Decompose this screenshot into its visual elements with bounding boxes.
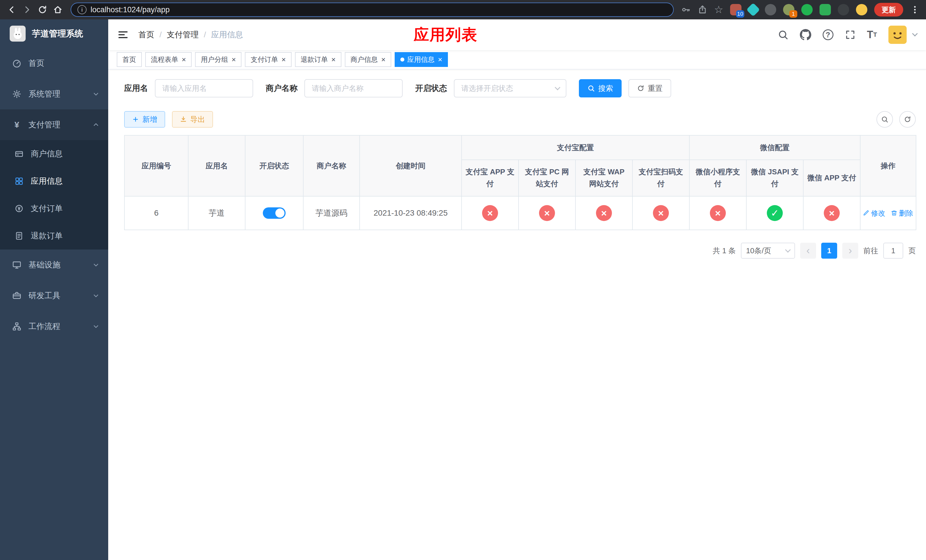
breadcrumb: 首页 / 支付管理 / 应用信息 (138, 29, 243, 40)
col-created-at: 创建时间 (360, 135, 461, 196)
show-search-toggle-button[interactable] (876, 111, 893, 128)
status-toggle[interactable] (263, 207, 286, 219)
password-key-icon[interactable] (681, 5, 691, 15)
delete-button[interactable]: 删除 (891, 209, 913, 218)
share-icon[interactable] (698, 5, 707, 15)
browser-home-icon[interactable] (50, 2, 65, 17)
status-select[interactable]: 请选择开启状态 (454, 79, 566, 97)
breadcrumb-payment[interactable]: 支付管理 (167, 29, 199, 40)
sidebar-item-label: 支付订单 (31, 203, 63, 214)
chevron-up-icon (92, 121, 100, 129)
close-icon[interactable]: × (281, 56, 286, 63)
col-wechat-mini: 微信小程序支付 (689, 160, 746, 196)
extension-pinwheel[interactable] (838, 4, 849, 15)
prev-page-button[interactable]: ‹ (800, 243, 816, 259)
extension-dark-circle[interactable] (765, 4, 776, 15)
sidebar-item-home[interactable]: 首页 (0, 48, 108, 79)
tags-view-bar: 首页 流程表单 × 用户分组 × 支付订单 × 退款订单 × 商户信息 × (108, 50, 926, 70)
sidebar-item-label: 商户信息 (31, 148, 63, 159)
search-icon[interactable] (778, 29, 788, 40)
site-info-icon[interactable]: i (77, 5, 86, 14)
font-size-icon[interactable]: TT (867, 30, 877, 40)
help-icon[interactable]: ? (823, 29, 834, 40)
col-app-id: 应用编号 (124, 135, 188, 196)
sidebar-item-label: 系统管理 (29, 89, 61, 100)
browser-menu-icon[interactable] (910, 5, 920, 15)
app-name-input[interactable] (155, 79, 253, 97)
sidebar-item-workflow[interactable]: 工作流程 (0, 311, 108, 342)
sidebar-item-system[interactable]: 系统管理 (0, 79, 108, 109)
extension-green-circle[interactable] (801, 4, 813, 15)
search-button[interactable]: 搜索 (579, 79, 622, 97)
merchant-name-label: 商户名称 (266, 83, 298, 94)
browser-reload-icon[interactable] (35, 2, 50, 17)
close-icon[interactable]: × (182, 56, 186, 63)
close-icon[interactable]: × (232, 56, 236, 63)
extension-colorful[interactable]: 10 (730, 4, 741, 15)
github-icon[interactable] (800, 29, 811, 41)
refund-order-icon (14, 231, 24, 241)
extension-emoji-face[interactable] (856, 4, 867, 15)
tab-process-form[interactable]: 流程表单 × (145, 52, 192, 67)
url-bar[interactable]: i localhost:1024/pay/app (71, 3, 674, 17)
sidebar-item-pay-order[interactable]: 支付订单 (0, 195, 108, 222)
tab-refund-order[interactable]: 退款订单 × (295, 52, 341, 67)
refresh-table-button[interactable] (899, 111, 916, 128)
chevron-down-icon (92, 323, 100, 330)
goto-page-input[interactable] (883, 243, 903, 259)
merchant-name-input[interactable] (304, 79, 402, 97)
tab-app-info-active[interactable]: 应用信息 × (395, 52, 448, 67)
close-icon[interactable]: × (381, 56, 386, 63)
dashboard-icon (11, 58, 22, 68)
breadcrumb-home[interactable]: 首页 (138, 29, 154, 40)
infrastructure-icon (11, 260, 22, 270)
fullscreen-icon[interactable] (845, 29, 856, 40)
close-icon[interactable]: × (331, 56, 336, 63)
chevron-down-icon (92, 261, 100, 269)
logo[interactable]: 芋道管理系统 (0, 20, 108, 48)
browser-forward-icon[interactable] (20, 2, 35, 17)
avatar-dropdown-caret-icon[interactable] (912, 31, 918, 36)
sidebar-item-infrastructure[interactable]: 基础设施 (0, 250, 108, 280)
next-page-button[interactable]: › (842, 243, 858, 259)
app-grid-icon (14, 177, 24, 186)
filter-form: 应用名 商户名称 开启状态 请选择开启状态 搜索 (124, 79, 916, 97)
page-number-1[interactable]: 1 (821, 243, 837, 259)
group-alipay-config: 支付宝配置 (461, 135, 689, 160)
tab-pay-order[interactable]: 支付订单 × (245, 52, 291, 67)
col-wechat-jsapi: 微信 JSAPI 支付 (746, 160, 803, 196)
page-size-select[interactable]: 10条/页 (741, 243, 795, 259)
gear-icon (11, 89, 22, 99)
reset-button[interactable]: 重置 (628, 79, 671, 97)
add-button[interactable]: 新增 (124, 111, 165, 128)
sidebar-item-payment[interactable]: ¥ 支付管理 (0, 109, 108, 140)
alipay-wap-status-icon: × (596, 205, 612, 221)
browser-update-button[interactable]: 更新 (874, 3, 903, 17)
sidebar-item-merchant-info[interactable]: 商户信息 (0, 140, 108, 168)
alipay-app-status-icon: × (482, 205, 498, 221)
cell-merchant: 芋道源码 (303, 196, 360, 230)
sidebar-item-label: 工作流程 (29, 321, 61, 332)
close-icon[interactable]: × (438, 56, 442, 63)
tab-home[interactable]: 首页 (117, 52, 142, 67)
extension-teal-diamond[interactable] (746, 3, 760, 17)
user-avatar[interactable] (888, 26, 906, 44)
browser-back-icon[interactable] (4, 2, 20, 17)
sidebar: 芋道管理系统 首页 系统管理 ¥ 支付管理 (0, 20, 108, 560)
extension-avatar[interactable]: 1 (783, 4, 794, 15)
export-button[interactable]: 导出 (172, 111, 213, 128)
sidebar-item-refund-order[interactable]: 退款订单 (0, 222, 108, 250)
status-label: 开启状态 (415, 83, 447, 94)
edit-button[interactable]: 修改 (863, 209, 885, 218)
page-title: 应用列表 (414, 24, 478, 45)
extension-green-square[interactable] (820, 4, 831, 15)
bookmark-star-icon[interactable]: ☆ (714, 5, 723, 15)
total-count: 共 1 条 (713, 246, 736, 256)
col-alipay-wap: 支付宝 WAP 网站支付 (575, 160, 632, 196)
sidebar-item-label: 退款订单 (31, 230, 63, 241)
sidebar-item-app-info[interactable]: 应用信息 (0, 168, 108, 195)
hamburger-icon[interactable] (117, 29, 129, 41)
tab-merchant-info[interactable]: 商户信息 × (345, 52, 391, 67)
tab-user-group[interactable]: 用户分组 × (195, 52, 242, 67)
sidebar-item-devtools[interactable]: 研发工具 (0, 280, 108, 311)
